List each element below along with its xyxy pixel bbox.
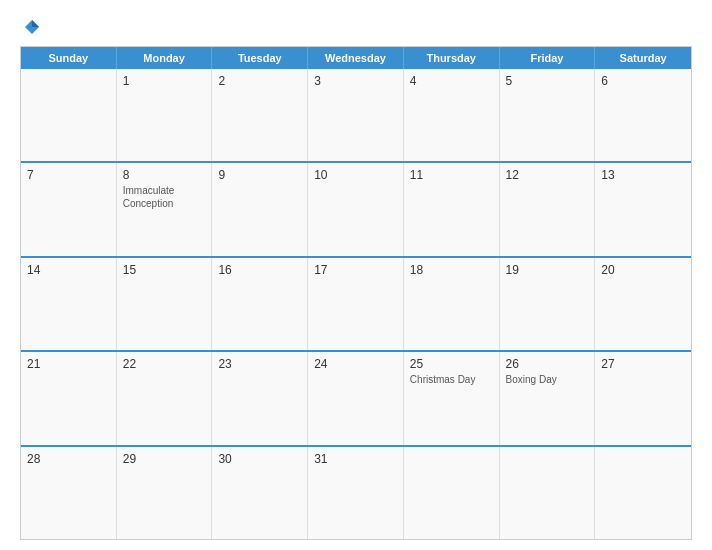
day-number: 15: [123, 263, 206, 277]
weekday-header-sunday: Sunday: [21, 47, 117, 69]
calendar-cell: 18: [404, 258, 500, 350]
day-number: 4: [410, 74, 493, 88]
day-number: 9: [218, 168, 301, 182]
logo: [20, 18, 43, 36]
weekday-header-wednesday: Wednesday: [308, 47, 404, 69]
day-number: 8: [123, 168, 206, 182]
weekday-header-row: SundayMondayTuesdayWednesdayThursdayFrid…: [21, 47, 691, 69]
logo-icon: [23, 18, 41, 36]
calendar-cell: 10: [308, 163, 404, 255]
calendar-cell: 20: [595, 258, 691, 350]
calendar-page: SundayMondayTuesdayWednesdayThursdayFrid…: [0, 0, 712, 550]
day-number: 14: [27, 263, 110, 277]
holiday-label: Boxing Day: [506, 373, 589, 386]
calendar-cell: 4: [404, 69, 500, 161]
calendar-cell: 14: [21, 258, 117, 350]
calendar-week-3: 14151617181920: [21, 258, 691, 352]
calendar-cell: 13: [595, 163, 691, 255]
day-number: 21: [27, 357, 110, 371]
calendar-cell: 11: [404, 163, 500, 255]
calendar-cell: 19: [500, 258, 596, 350]
calendar-cell: 23: [212, 352, 308, 444]
calendar-cell: 29: [117, 447, 213, 539]
calendar-cell: 9: [212, 163, 308, 255]
day-number: 26: [506, 357, 589, 371]
calendar-cell: 5: [500, 69, 596, 161]
weekday-header-tuesday: Tuesday: [212, 47, 308, 69]
day-number: 18: [410, 263, 493, 277]
calendar-cell: 2: [212, 69, 308, 161]
page-header: [20, 18, 692, 36]
holiday-label: Immaculate Conception: [123, 184, 206, 210]
calendar-cell: 17: [308, 258, 404, 350]
calendar-cell: 24: [308, 352, 404, 444]
calendar-cell: 21: [21, 352, 117, 444]
day-number: 11: [410, 168, 493, 182]
calendar-cell: 3: [308, 69, 404, 161]
day-number: 27: [601, 357, 685, 371]
day-number: 29: [123, 452, 206, 466]
calendar-cell: [595, 447, 691, 539]
calendar-cell: 30: [212, 447, 308, 539]
calendar-week-4: 2122232425Christmas Day26Boxing Day27: [21, 352, 691, 446]
day-number: 19: [506, 263, 589, 277]
calendar-body: 12345678Immaculate Conception91011121314…: [21, 69, 691, 539]
weekday-header-saturday: Saturday: [595, 47, 691, 69]
calendar-cell: 1: [117, 69, 213, 161]
svg-marker-1: [32, 20, 39, 27]
calendar-cell: 25Christmas Day: [404, 352, 500, 444]
day-number: 23: [218, 357, 301, 371]
holiday-label: Christmas Day: [410, 373, 493, 386]
calendar-cell: 15: [117, 258, 213, 350]
day-number: 30: [218, 452, 301, 466]
day-number: 25: [410, 357, 493, 371]
calendar-cell: 22: [117, 352, 213, 444]
calendar-cell: [404, 447, 500, 539]
day-number: 2: [218, 74, 301, 88]
calendar-cell: 31: [308, 447, 404, 539]
calendar-cell: 8Immaculate Conception: [117, 163, 213, 255]
day-number: 24: [314, 357, 397, 371]
day-number: 3: [314, 74, 397, 88]
calendar-cell: 27: [595, 352, 691, 444]
day-number: 10: [314, 168, 397, 182]
calendar-cell: 6: [595, 69, 691, 161]
calendar-cell: 12: [500, 163, 596, 255]
calendar-cell: 28: [21, 447, 117, 539]
weekday-header-friday: Friday: [500, 47, 596, 69]
calendar-cell: 7: [21, 163, 117, 255]
weekday-header-monday: Monday: [117, 47, 213, 69]
day-number: 6: [601, 74, 685, 88]
day-number: 31: [314, 452, 397, 466]
day-number: 7: [27, 168, 110, 182]
calendar-grid: SundayMondayTuesdayWednesdayThursdayFrid…: [20, 46, 692, 540]
calendar-cell: 16: [212, 258, 308, 350]
calendar-cell: 26Boxing Day: [500, 352, 596, 444]
day-number: 13: [601, 168, 685, 182]
day-number: 1: [123, 74, 206, 88]
day-number: 5: [506, 74, 589, 88]
day-number: 22: [123, 357, 206, 371]
calendar-cell: [21, 69, 117, 161]
calendar-week-1: 123456: [21, 69, 691, 163]
day-number: 28: [27, 452, 110, 466]
day-number: 16: [218, 263, 301, 277]
day-number: 12: [506, 168, 589, 182]
weekday-header-thursday: Thursday: [404, 47, 500, 69]
day-number: 20: [601, 263, 685, 277]
calendar-week-2: 78Immaculate Conception910111213: [21, 163, 691, 257]
calendar-cell: [500, 447, 596, 539]
day-number: 17: [314, 263, 397, 277]
calendar-week-5: 28293031: [21, 447, 691, 539]
